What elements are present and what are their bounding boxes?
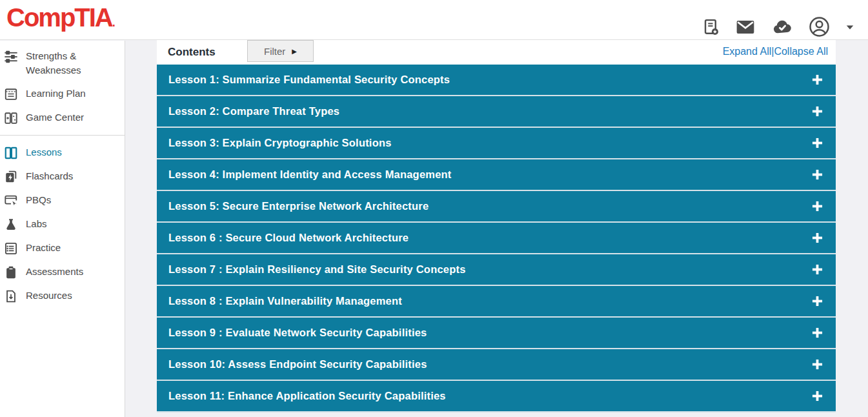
filter-button[interactable]: Filter ▶ bbox=[247, 40, 314, 62]
page-title: Contents bbox=[168, 40, 216, 65]
expand-collapse-links: Expand All|Collapse All bbox=[723, 40, 828, 63]
sidebar-item-label: Game Center bbox=[26, 110, 84, 125]
lesson-title: Lesson 5: Secure Enterprise Network Arch… bbox=[168, 200, 429, 212]
pbqs-icon bbox=[4, 194, 18, 208]
sidebar-item-pbqs[interactable]: PBQs bbox=[0, 188, 125, 212]
expand-plus-icon[interactable] bbox=[812, 232, 823, 243]
sidebar-item-label: PBQs bbox=[26, 193, 51, 207]
lesson-accordion-header[interactable]: Lesson 4: Implement Identity and Access … bbox=[157, 159, 836, 191]
filter-button-label: Filter bbox=[264, 46, 285, 57]
lesson-title: Lesson 8 : Explain Vulnerability Managem… bbox=[168, 295, 402, 307]
lesson-title: Lesson 4: Implement Identity and Access … bbox=[168, 168, 452, 181]
sidebar-item-label: Strengths & Weaknesses bbox=[26, 49, 110, 77]
lesson-accordion-header[interactable]: Lesson 11: Enhance Application Security … bbox=[157, 381, 836, 412]
cloud-check-icon[interactable] bbox=[771, 17, 794, 37]
messages-envelope-icon[interactable] bbox=[734, 17, 756, 37]
lesson-accordion-header[interactable]: Lesson 3: Explain Cryptographic Solution… bbox=[157, 128, 836, 159]
sidebar-item-label: Learning Plan bbox=[26, 86, 86, 101]
sidebar-item-resources[interactable]: Resources bbox=[0, 284, 125, 308]
labs-flask-icon bbox=[4, 218, 18, 232]
expand-plus-icon[interactable] bbox=[812, 264, 823, 275]
expand-all-link[interactable]: Expand All bbox=[723, 46, 772, 57]
expand-plus-icon[interactable] bbox=[812, 201, 823, 212]
lesson-accordion-header[interactable]: Lesson 1: Summarize Fundamental Security… bbox=[157, 65, 836, 96]
sidebar-item-label: Practice bbox=[26, 241, 61, 255]
expand-plus-icon[interactable] bbox=[812, 74, 823, 85]
lesson-title: Lesson 6 : Secure Cloud Network Architec… bbox=[168, 232, 409, 244]
lessons-open-book-icon bbox=[4, 146, 18, 160]
lessons-content-panel: Contents Filter ▶ Expand All|Collapse Al… bbox=[157, 40, 836, 417]
sidebar-item-label: Lessons bbox=[26, 145, 62, 159]
learning-plan-icon bbox=[4, 87, 18, 101]
lesson-accordion-header[interactable]: Lesson 10: Assess Endpoint Security Capa… bbox=[157, 349, 836, 381]
expand-plus-icon[interactable] bbox=[812, 359, 823, 370]
sidebar-item-practice[interactable]: Practice bbox=[0, 236, 125, 260]
expand-plus-icon[interactable] bbox=[812, 169, 823, 180]
flashcards-icon bbox=[4, 170, 18, 184]
sidebar-item-assessments[interactable]: Assessments bbox=[0, 260, 125, 284]
expand-plus-icon[interactable] bbox=[812, 391, 823, 402]
top-header: CompTIA. bbox=[0, 0, 868, 40]
header-icon-bar bbox=[701, 15, 855, 38]
sidebar-item-strengths-weaknesses[interactable]: Strengths & Weaknesses bbox=[0, 45, 125, 82]
sidebar-item-label: Flashcards bbox=[26, 169, 73, 183]
comptia-logo: CompTIA. bbox=[6, 3, 116, 37]
resources-download-doc-icon bbox=[4, 289, 18, 303]
expand-plus-icon[interactable] bbox=[812, 296, 823, 307]
lesson-title: Lesson 3: Explain Cryptographic Solution… bbox=[168, 137, 392, 149]
sidebar-item-label: Assessments bbox=[26, 265, 83, 279]
lesson-title: Lesson 11: Enhance Application Security … bbox=[168, 390, 446, 402]
expand-plus-icon[interactable] bbox=[812, 137, 823, 148]
sidebar-item-label: Resources bbox=[26, 289, 72, 303]
content-header: Contents Filter ▶ Expand All|Collapse Al… bbox=[157, 40, 836, 65]
filter-arrow-icon: ▶ bbox=[292, 48, 297, 55]
sidebar-item-learning-plan[interactable]: Learning Plan bbox=[0, 82, 125, 106]
assignment-new-icon[interactable] bbox=[701, 17, 720, 37]
lesson-title: Lesson 1: Summarize Fundamental Security… bbox=[168, 74, 450, 86]
expand-plus-icon[interactable] bbox=[812, 106, 823, 117]
sidebar-item-label: Labs bbox=[26, 217, 47, 231]
lesson-accordion-header[interactable]: Lesson 6 : Secure Cloud Network Architec… bbox=[157, 223, 836, 254]
sidebar-divider bbox=[0, 135, 125, 136]
lesson-title: Lesson 2: Compare Threat Types bbox=[168, 105, 339, 117]
logo-registered-mark: . bbox=[112, 16, 116, 29]
lesson-accordion-header[interactable]: Lesson 2: Compare Threat Types bbox=[157, 96, 836, 128]
sidebar-item-game-center[interactable]: Game Center bbox=[0, 106, 125, 130]
lesson-title: Lesson 10: Assess Endpoint Security Capa… bbox=[168, 358, 427, 371]
account-menu-caret-icon[interactable] bbox=[845, 23, 855, 32]
lesson-accordion-header[interactable]: Lesson 7 : Explain Resiliency and Site S… bbox=[157, 254, 836, 286]
account-avatar-icon[interactable] bbox=[808, 15, 831, 38]
sidebar-item-flashcards[interactable]: Flashcards bbox=[0, 165, 125, 188]
lesson-title: Lesson 7 : Explain Resiliency and Site S… bbox=[168, 263, 466, 276]
practice-list-icon bbox=[4, 241, 18, 256]
collapse-all-link[interactable]: Collapse All bbox=[774, 46, 828, 57]
lesson-title: Lesson 9 : Evaluate Network Security Cap… bbox=[168, 327, 427, 339]
sidebar-nav: Strengths & Weaknesses Learning Plan Gam… bbox=[0, 41, 125, 417]
strengths-weaknesses-icon bbox=[4, 50, 18, 64]
expand-plus-icon[interactable] bbox=[812, 327, 823, 338]
assessments-clipboard-icon bbox=[4, 265, 18, 280]
lessons-accordion-list: Lesson 1: Summarize Fundamental Security… bbox=[157, 65, 836, 412]
game-center-icon bbox=[4, 111, 18, 125]
sidebar-item-lessons[interactable]: Lessons bbox=[0, 141, 125, 165]
sidebar-item-labs[interactable]: Labs bbox=[0, 212, 125, 236]
lesson-accordion-header[interactable]: Lesson 8 : Explain Vulnerability Managem… bbox=[157, 286, 836, 318]
lesson-accordion-header[interactable]: Lesson 9 : Evaluate Network Security Cap… bbox=[157, 318, 836, 349]
lesson-accordion-header[interactable]: Lesson 5: Secure Enterprise Network Arch… bbox=[157, 191, 836, 223]
